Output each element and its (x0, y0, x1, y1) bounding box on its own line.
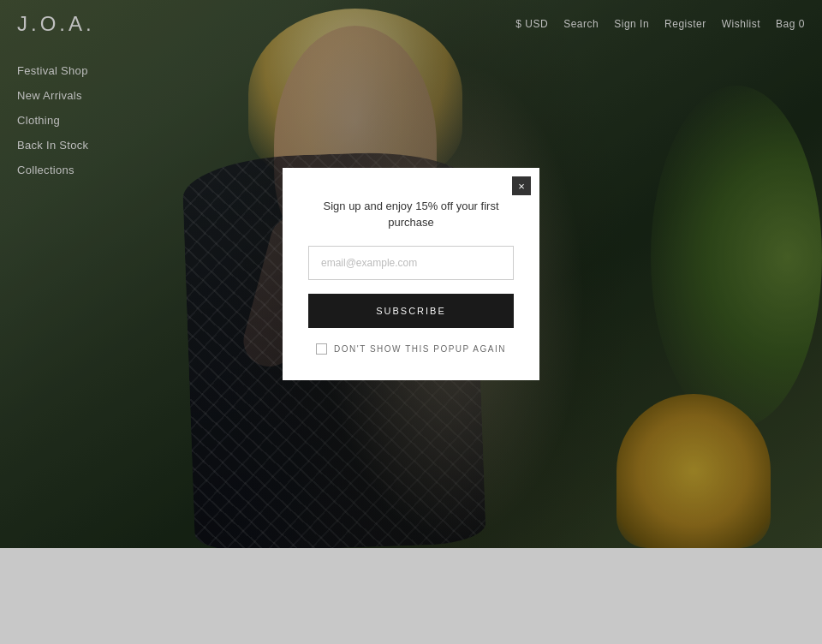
dont-show-checkbox[interactable] (316, 343, 327, 355)
dont-show-row: DON'T SHOW THIS POPUP AGAIN (308, 343, 514, 355)
modal-overlay: × Sign up and enjoy 15% off your first p… (0, 0, 822, 548)
dont-show-label: DON'T SHOW THIS POPUP AGAIN (334, 344, 506, 354)
subscribe-modal: × Sign up and enjoy 15% off your first p… (283, 168, 539, 379)
modal-title: Sign up and enjoy 15% off your first pur… (308, 199, 514, 230)
bottom-section (0, 548, 822, 644)
email-input[interactable] (308, 246, 514, 280)
modal-close-button[interactable]: × (512, 176, 531, 195)
subscribe-button[interactable]: SUBSCRIBE (308, 294, 514, 328)
